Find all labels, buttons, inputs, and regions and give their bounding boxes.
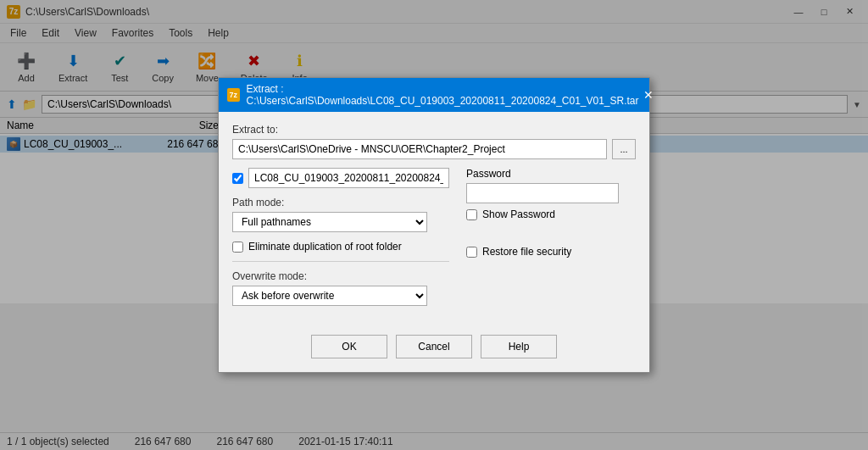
restore-file-security-checkbox[interactable] [466,247,477,258]
extract-to-input[interactable] [232,139,607,159]
extract-to-row: ... [232,139,636,159]
archive-checkbox[interactable] [232,173,243,184]
restore-file-security-label: Restore file security [482,246,571,258]
modal-right: Password Show Password Restore file secu… [466,168,636,303]
eliminate-duplication-checkbox[interactable] [232,242,243,253]
password-label: Password [466,168,636,180]
show-password-row: Show Password [466,208,636,220]
path-mode-row: Full pathnames No pathnames Relative pat… [232,212,449,232]
modal-body: Extract to: ... Path mode: [219,112,649,303]
show-password-checkbox[interactable] [466,209,477,220]
modal-left: Path mode: Full pathnames No pathnames R… [232,168,449,303]
modal-overlay: 7z Extract : C:\Users\CarlS\Downloads\LC… [0,0,868,303]
eliminate-duplication-label: Eliminate duplication of root folder [248,241,402,253]
modal-app-icon: 7z [227,88,240,102]
path-mode-select[interactable]: Full pathnames No pathnames Relative pat… [232,212,427,232]
overwrite-mode-select[interactable]: Ask before overwrite Overwrite without p… [232,286,427,303]
modal-title-text: Extract : C:\Users\CarlS\Downloads\LC08_… [247,83,640,107]
restore-file-security-row: Restore file security [466,246,636,258]
modal-close-button[interactable]: ✕ [640,89,657,101]
extract-dialog: 7z Extract : C:\Users\CarlS\Downloads\LC… [218,77,650,303]
overwrite-mode-label: Overwrite mode: [232,270,449,282]
path-mode-label: Path mode: [232,197,449,208]
archive-name-input[interactable] [248,168,449,188]
browse-button[interactable]: ... [612,139,636,159]
eliminate-duplication-row: Eliminate duplication of root folder [232,241,449,253]
modal-title-left: 7z Extract : C:\Users\CarlS\Downloads\LC… [227,83,640,107]
archive-checkbox-row [232,168,449,188]
modal-columns: Path mode: Full pathnames No pathnames R… [232,168,636,303]
overwrite-mode-row: Ask before overwrite Overwrite without p… [232,286,449,303]
password-input[interactable] [466,183,619,203]
modal-title-bar: 7z Extract : C:\Users\CarlS\Downloads\LC… [219,78,649,112]
show-password-label: Show Password [482,208,555,220]
extract-to-label: Extract to: [232,124,636,136]
